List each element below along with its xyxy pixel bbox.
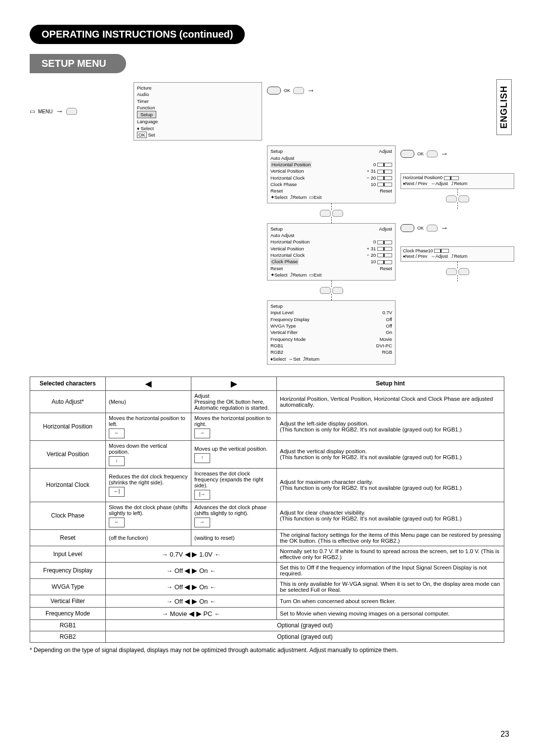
- osd-setup-menu-3: Setup Input Level0.7V Frequency DisplayO…: [267, 300, 396, 365]
- footnote: * Depending on the type of signal displa…: [30, 647, 504, 654]
- table-row: Horizontal ClockReduces the dot clock fr…: [30, 468, 504, 502]
- th-hint: Setup hint: [277, 377, 504, 390]
- table-row: Horizontal PositionMoves the horizontal …: [30, 413, 504, 440]
- menu-button-icon: ▭: [30, 108, 35, 115]
- language-tab: ENGLISH: [496, 79, 512, 135]
- table-row: RGB1Optional (grayed out): [30, 619, 504, 631]
- table-row: RGB2Optional (grayed out): [30, 631, 504, 642]
- page-number: 23: [500, 730, 509, 739]
- table-row: Input Level→ 0.7V ◀ ▶ 1.0V ←Normally set…: [30, 546, 504, 562]
- th-selected: Selected characters: [30, 377, 106, 390]
- osd-adjust-clockphase: Clock Phase10 ♦Next / Prev ↔Adjust ⤴Retu…: [400, 246, 514, 262]
- table-row: Frequency Display→ Off ◀ ▶ On ←Set this …: [30, 562, 504, 578]
- table-row: Auto Adjust*(Menu)AdjustPressing the OK …: [30, 390, 504, 413]
- table-row: WVGA Type→ Off ◀ ▶ On ←This is only avai…: [30, 578, 504, 595]
- page-title: OPERATING INSTRUCTIONS (continued): [30, 25, 245, 44]
- th-left: ◀: [106, 377, 191, 390]
- osd-main-menu: Picture Audio Timer Function Setup Langu…: [134, 82, 262, 141]
- osd-adjust-horizontal: Horizontal Position0 ♦Next / Prev ↔Adjus…: [400, 173, 514, 189]
- menu-label: MENU: [38, 109, 52, 114]
- table-row: Frequency Mode→ Movie ◀ ▶ PC ←Set to Mov…: [30, 607, 504, 619]
- osd-setup-menu-1: SetupAdjust Auto Adjust Horizontal Posit…: [267, 145, 396, 203]
- th-right: ▶: [191, 377, 277, 390]
- ok-button-icon: [267, 87, 281, 94]
- menu-flow-diagram: ▭ MENU → Picture Audio Timer Function Se…: [30, 82, 504, 370]
- section-title: SETUP MENU: [30, 54, 126, 73]
- arrow-icon: →: [55, 107, 63, 116]
- table-row: Reset(off the function)(waiting to reset…: [30, 529, 504, 546]
- nav-up-icon: [66, 108, 77, 115]
- table-row: Clock PhaseSlows the dot clock phase (sh…: [30, 502, 504, 529]
- setup-reference-table: Selected characters ◀ ▶ Setup hint Auto …: [30, 377, 504, 643]
- table-row: Vertical Filter→ Off ◀ ▶ On ←Turn On whe…: [30, 595, 504, 607]
- table-row: Vertical PositionMoves down the vertical…: [30, 440, 504, 468]
- osd-setup-menu-2: SetupAdjust Auto Adjust Horizontal Posit…: [267, 223, 396, 281]
